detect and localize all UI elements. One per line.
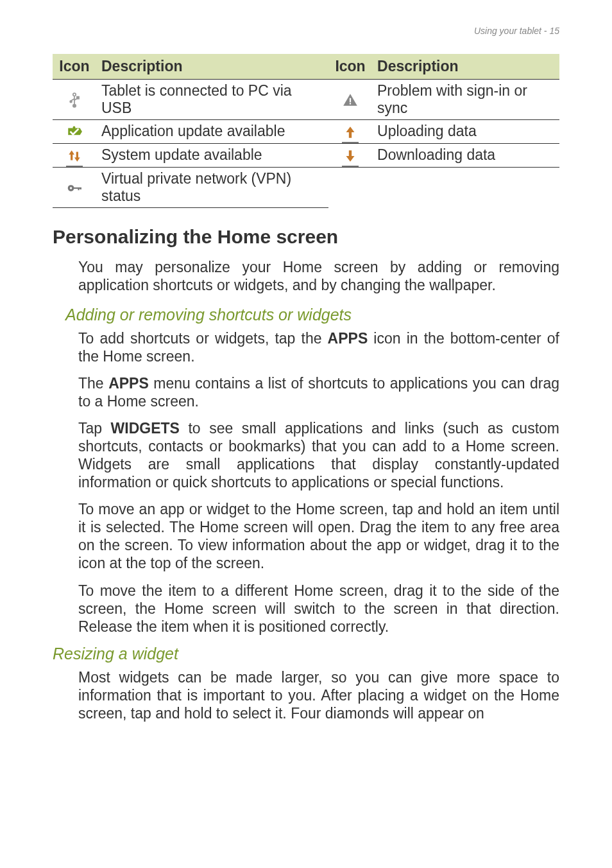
cell-desc: Virtual private network (VPN) status: [98, 167, 328, 207]
table-row: Virtual private network (VPN) status: [53, 167, 559, 207]
cell-icon: [328, 120, 373, 144]
para-resize: Most widgets can be made larger, so you …: [78, 668, 559, 722]
para-move-app: To move an app or widget to the Home scr…: [78, 500, 559, 572]
svg-rect-12: [80, 187, 81, 189]
th-desc-2: Description: [373, 54, 559, 80]
page: Using your tablet - 15 Icon Description …: [0, 0, 612, 868]
cell-icon: [328, 80, 373, 120]
cell-desc: Uploading data: [373, 120, 559, 144]
para-widgets: Tap WIDGETS to see small applications an…: [78, 419, 559, 491]
table-header-row: Icon Description Icon Description: [53, 54, 559, 80]
text-fragment: The: [78, 375, 108, 392]
bold-widgets: WIDGETS: [111, 420, 180, 437]
text-fragment: menu contains a list of shortcuts to app…: [78, 375, 559, 410]
subheading-resizing: Resizing a widget: [53, 645, 559, 663]
svg-point-7: [73, 126, 76, 128]
section-heading-personalizing: Personalizing the Home screen: [53, 226, 559, 248]
subheading-shortcuts: Adding or removing shortcuts or widgets: [65, 306, 559, 324]
cell-desc: Tablet is connected to PC via USB: [98, 80, 328, 120]
cell-desc: Problem with sign-in or sync: [373, 80, 559, 120]
svg-point-0: [73, 93, 76, 96]
svg-rect-3: [77, 97, 79, 99]
vpn-key-icon: [66, 180, 83, 196]
svg-rect-11: [78, 187, 79, 190]
cell-empty: [328, 167, 373, 207]
warning-icon: [342, 92, 359, 108]
svg-rect-6: [350, 103, 351, 104]
svg-point-9: [70, 187, 72, 189]
cell-icon: [53, 80, 98, 120]
svg-point-4: [73, 104, 76, 107]
cell-icon: [53, 167, 98, 207]
updown-icon-wrap: [66, 146, 83, 164]
cell-desc: Downloading data: [373, 143, 559, 167]
para-apps-icon: To add shortcuts or widgets, tap the APP…: [78, 329, 559, 365]
updown-arrows-icon: [66, 148, 83, 164]
cell-icon: [53, 120, 98, 144]
table-row: Application update available Uploading d…: [53, 120, 559, 144]
th-icon-1: Icon: [53, 54, 98, 80]
download-icon: [342, 148, 359, 164]
svg-point-2: [70, 101, 72, 103]
icon-description-table: Icon Description Icon Description Tablet…: [53, 54, 559, 208]
upload-icon: [342, 124, 359, 141]
cell-desc: Application update available: [98, 120, 328, 144]
upload-icon-wrap: [342, 123, 359, 141]
usb-icon: [66, 92, 83, 108]
bold-apps-2: APPS: [108, 375, 149, 392]
table-row: Tablet is connected to PC via USB Proble…: [53, 80, 559, 120]
cell-icon: [53, 143, 98, 167]
update-badge-icon: [66, 124, 83, 141]
th-icon-2: Icon: [328, 54, 373, 80]
table-row: System update available Downloading data: [53, 143, 559, 167]
bold-apps-1: APPS: [328, 330, 368, 347]
cell-empty: [373, 167, 559, 207]
download-icon-wrap: [342, 146, 359, 164]
svg-rect-5: [350, 98, 351, 103]
para-apps-menu: The APPS menu contains a list of shortcu…: [78, 374, 559, 410]
cell-desc: System update available: [98, 143, 328, 167]
page-header: Using your tablet - 15: [53, 26, 559, 36]
text-fragment: Tap: [78, 420, 111, 437]
para-move-screen: To move the item to a different Home scr…: [78, 582, 559, 636]
text-fragment: To add shortcuts or widgets, tap the: [78, 330, 328, 347]
para-intro: You may personalize your Home screen by …: [78, 258, 559, 294]
th-desc-1: Description: [98, 54, 328, 80]
cell-icon: [328, 143, 373, 167]
